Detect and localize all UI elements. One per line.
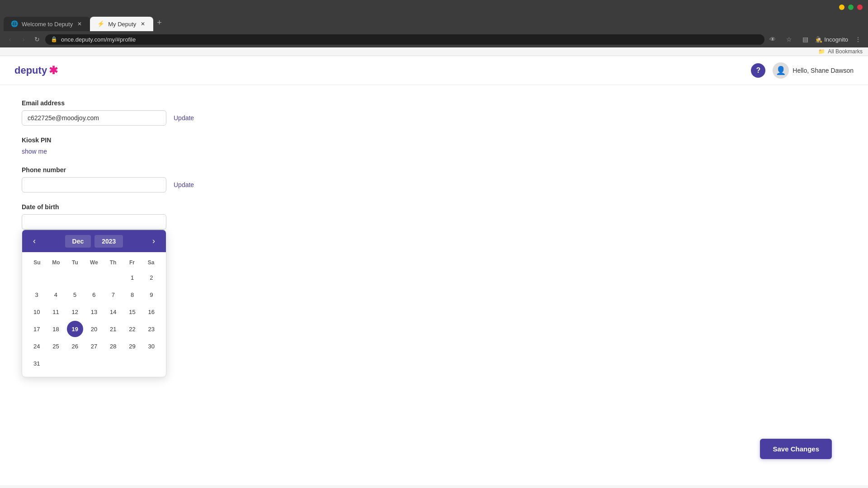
calendar-header: ‹ Dec 2023 › (22, 230, 166, 252)
phone-field-row: Update (22, 177, 293, 192)
close-button[interactable] (857, 5, 863, 10)
help-button[interactable]: ? (751, 63, 765, 78)
calendar-day-25[interactable]: 25 (47, 338, 64, 354)
calendar-day-17[interactable]: 17 (28, 321, 45, 337)
header-right: ? 👤 Hello, Shane Dawson (751, 62, 854, 79)
calendar-day-10[interactable]: 10 (28, 304, 45, 320)
incognito-icon: 🕵 (815, 36, 822, 43)
deputy-logo: deputy ✱ (14, 64, 58, 77)
calendar-weekday: We (85, 258, 104, 267)
kiosk-show-me-link[interactable]: show me (22, 148, 47, 155)
browser-titlebar (0, 0, 868, 14)
calendar-day-24[interactable]: 24 (28, 338, 45, 354)
incognito-badge: 🕵 Incognito (815, 36, 848, 43)
tab-my-deputy[interactable]: ⚡ My Deputy ✕ (90, 17, 153, 31)
page-content: Email address Update Kiosk PIN show me P… (0, 85, 868, 265)
calendar-prev-button[interactable]: ‹ (29, 235, 39, 248)
calendar-day-3[interactable]: 3 (28, 286, 45, 303)
calendar-day-4[interactable]: 4 (47, 286, 64, 303)
calendar-day-19[interactable]: 19 (67, 321, 83, 337)
avatar-icon: 👤 (776, 66, 786, 75)
save-changes-button[interactable]: Save Changes (760, 439, 832, 459)
calendar-day-21[interactable]: 21 (105, 321, 121, 337)
browser-chrome: 🌐 Welcome to Deputy ✕ ⚡ My Deputy ✕ + ‹ … (0, 0, 868, 56)
calendar-day-9[interactable]: 9 (143, 286, 160, 303)
calendar-popup: ‹ Dec 2023 › SuMoTuWeThFrSa (22, 230, 166, 377)
dob-input[interactable] (22, 214, 166, 230)
browser-nav-buttons: ‹ › ↻ (4, 33, 43, 46)
app-header: deputy ✱ ? 👤 Hello, Shane Dawson (0, 56, 868, 85)
phone-field-group: Phone number Update (22, 166, 293, 192)
email-input[interactable] (22, 110, 166, 126)
calendar-month-button[interactable]: Dec (65, 235, 91, 248)
calendar-day-empty (47, 269, 64, 286)
calendar-year-button[interactable]: 2023 (94, 235, 123, 248)
browser-actions: 👁 ☆ ▤ 🕵 Incognito ⋮ (766, 33, 864, 46)
dob-label: Date of birth (22, 203, 293, 211)
more-options-icon[interactable]: ⋮ (852, 33, 864, 46)
tab-favicon-1: 🌐 (11, 20, 18, 28)
app-container: deputy ✱ ? 👤 Hello, Shane Dawson Email a… (0, 56, 868, 485)
eye-slash-icon[interactable]: 👁 (766, 33, 779, 46)
phone-input[interactable] (22, 177, 166, 192)
bookmark-star-icon[interactable]: ☆ (783, 33, 795, 46)
address-input[interactable] (61, 36, 759, 43)
kiosk-pin-label: Kiosk PIN (22, 136, 293, 144)
kiosk-pin-field-group: Kiosk PIN show me (22, 136, 293, 155)
calendar-day-28[interactable]: 28 (105, 338, 121, 354)
calendar-day-27[interactable]: 27 (86, 338, 102, 354)
calendar-day-8[interactable]: 8 (124, 286, 141, 303)
maximize-button[interactable] (848, 5, 854, 10)
calendar-day-5[interactable]: 5 (67, 286, 83, 303)
email-update-link[interactable]: Update (174, 114, 194, 122)
tab-title-2: My Deputy (108, 21, 136, 28)
calendar-weekday: Mo (47, 258, 66, 267)
calendar-day-16[interactable]: 16 (143, 304, 160, 320)
calendar-day-empty (86, 269, 102, 286)
calendar-day-18[interactable]: 18 (47, 321, 64, 337)
minimize-button[interactable] (839, 5, 844, 10)
calendar-next-button[interactable]: › (149, 235, 159, 248)
email-field-row: Update (22, 110, 293, 126)
form-section: Email address Update Kiosk PIN show me P… (22, 99, 293, 240)
calendar-day-empty (67, 269, 83, 286)
calendar-days: 1234567891011121314151617181920212223242… (28, 269, 160, 371)
calendar-weekday: Fr (123, 258, 142, 267)
back-button[interactable]: ‹ (4, 33, 16, 46)
calendar-day-20[interactable]: 20 (86, 321, 102, 337)
user-info[interactable]: 👤 Hello, Shane Dawson (773, 62, 854, 79)
calendar-day-empty (105, 355, 121, 371)
tab-close-2[interactable]: ✕ (140, 21, 146, 27)
calendar-weekday: Su (28, 258, 47, 267)
calendar-day-29[interactable]: 29 (124, 338, 141, 354)
calendar-day-7[interactable]: 7 (105, 286, 121, 303)
tab-favicon-2: ⚡ (97, 20, 104, 28)
calendar-day-31[interactable]: 31 (28, 355, 45, 371)
calendar-weekday: Th (104, 258, 123, 267)
calendar-day-6[interactable]: 6 (86, 286, 102, 303)
tab-close-1[interactable]: ✕ (76, 21, 83, 27)
folder-icon: 📁 (818, 48, 825, 55)
refresh-button[interactable]: ↻ (31, 33, 43, 46)
tab-welcome-to-deputy[interactable]: 🌐 Welcome to Deputy ✕ (4, 17, 90, 31)
calendar-day-15[interactable]: 15 (124, 304, 141, 320)
calendar-day-30[interactable]: 30 (143, 338, 160, 354)
forward-button[interactable]: › (17, 33, 30, 46)
calendar-day-13[interactable]: 13 (86, 304, 102, 320)
calendar-day-2[interactable]: 2 (143, 269, 160, 286)
calendar-day-22[interactable]: 22 (124, 321, 141, 337)
calendar-day-empty (143, 355, 160, 371)
calendar-day-empty (105, 269, 121, 286)
calendar-day-14[interactable]: 14 (105, 304, 121, 320)
tabs-row: 🌐 Welcome to Deputy ✕ ⚡ My Deputy ✕ + (0, 14, 868, 31)
lock-icon: 🔒 (51, 36, 57, 42)
calendar-day-11[interactable]: 11 (47, 304, 64, 320)
calendar-day-12[interactable]: 12 (67, 304, 83, 320)
calendar-day-1[interactable]: 1 (124, 269, 141, 286)
calendar-day-23[interactable]: 23 (143, 321, 160, 337)
address-bar-container[interactable]: 🔒 (45, 34, 764, 45)
phone-update-link[interactable]: Update (174, 181, 194, 188)
sidebar-icon[interactable]: ▤ (799, 33, 811, 46)
new-tab-button[interactable]: + (153, 14, 165, 31)
calendar-day-26[interactable]: 26 (67, 338, 83, 354)
